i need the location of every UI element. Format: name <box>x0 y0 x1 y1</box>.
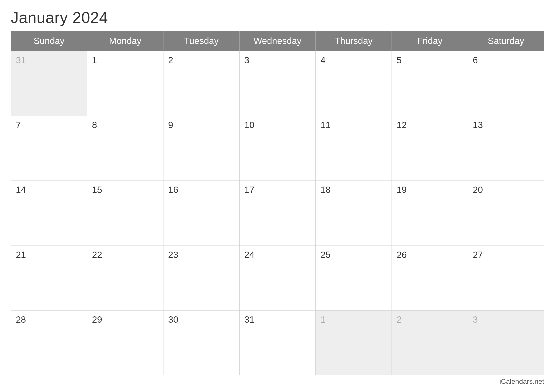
calendar-day[interactable]: 29 <box>87 310 163 375</box>
day-number: 12 <box>396 120 463 130</box>
calendar-day[interactable]: 2 <box>163 51 239 116</box>
calendar-day[interactable]: 19 <box>392 181 468 246</box>
calendar-table: SundayMondayTuesdayWednesdayThursdayFrid… <box>11 31 544 375</box>
calendar-day[interactable]: 17 <box>239 181 315 246</box>
calendar-day[interactable]: 18 <box>316 181 392 246</box>
calendar-day[interactable]: 13 <box>468 116 544 181</box>
calendar-day[interactable]: 31 <box>239 310 315 375</box>
day-number: 15 <box>92 185 158 195</box>
calendar-day[interactable]: 27 <box>468 246 544 310</box>
calendar-day[interactable]: 14 <box>11 181 87 246</box>
calendar-day[interactable]: 9 <box>163 116 239 181</box>
day-number: 3 <box>473 314 539 325</box>
calendar-day[interactable]: 23 <box>163 246 239 310</box>
day-number: 17 <box>244 185 311 195</box>
calendar-day[interactable]: 2 <box>392 310 468 375</box>
day-number: 27 <box>473 250 539 260</box>
calendar-header: SundayMondayTuesdayWednesdayThursdayFrid… <box>11 31 544 51</box>
calendar-week-4: 21222324252627 <box>11 246 544 310</box>
header-day-monday: Monday <box>87 31 163 51</box>
day-number: 19 <box>396 185 463 195</box>
day-number: 30 <box>168 314 234 325</box>
header-row: SundayMondayTuesdayWednesdayThursdayFrid… <box>11 31 544 51</box>
day-number: 16 <box>168 185 234 195</box>
calendar-day[interactable]: 30 <box>163 310 239 375</box>
calendar-day[interactable]: 10 <box>239 116 315 181</box>
calendar-day[interactable]: 21 <box>11 246 87 310</box>
header-day-wednesday: Wednesday <box>239 31 315 51</box>
day-number: 6 <box>473 55 539 65</box>
day-number: 3 <box>244 55 311 65</box>
day-number: 5 <box>396 55 463 65</box>
day-number: 22 <box>92 250 158 260</box>
day-number: 1 <box>92 55 158 65</box>
calendar-day[interactable]: 12 <box>392 116 468 181</box>
calendar-day[interactable]: 16 <box>163 181 239 246</box>
day-number: 31 <box>16 55 82 65</box>
calendar-day[interactable]: 8 <box>87 116 163 181</box>
day-number: 26 <box>396 250 463 260</box>
header-day-sunday: Sunday <box>11 31 87 51</box>
day-number: 7 <box>16 120 82 130</box>
calendar-week-5: 28293031123 <box>11 310 544 375</box>
calendar-day[interactable]: 3 <box>239 51 315 116</box>
day-number: 28 <box>16 314 82 325</box>
header-day-friday: Friday <box>392 31 468 51</box>
calendar-week-1: 31123456 <box>11 51 544 116</box>
day-number: 4 <box>321 55 387 65</box>
calendar-day[interactable]: 7 <box>11 116 87 181</box>
calendar-day[interactable]: 31 <box>11 51 87 116</box>
calendar-title: January 2024 <box>11 9 544 26</box>
calendar-day[interactable]: 15 <box>87 181 163 246</box>
day-number: 1 <box>321 314 387 325</box>
calendar-week-3: 14151617181920 <box>11 181 544 246</box>
day-number: 14 <box>16 185 82 195</box>
calendar-day[interactable]: 24 <box>239 246 315 310</box>
day-number: 20 <box>473 185 539 195</box>
calendar-week-2: 78910111213 <box>11 116 544 181</box>
footer-attribution: iCalendars.net <box>11 377 544 385</box>
day-number: 2 <box>396 314 463 325</box>
calendar-day[interactable]: 22 <box>87 246 163 310</box>
calendar-day[interactable]: 4 <box>316 51 392 116</box>
day-number: 29 <box>92 314 158 325</box>
day-number: 8 <box>92 120 158 130</box>
day-number: 10 <box>244 120 311 130</box>
day-number: 31 <box>244 314 311 325</box>
calendar-day[interactable]: 1 <box>87 51 163 116</box>
header-day-saturday: Saturday <box>468 31 544 51</box>
day-number: 2 <box>168 55 234 65</box>
day-number: 11 <box>321 120 387 130</box>
calendar-day[interactable]: 20 <box>468 181 544 246</box>
calendar-day[interactable]: 28 <box>11 310 87 375</box>
calendar-day[interactable]: 25 <box>316 246 392 310</box>
day-number: 18 <box>321 185 387 195</box>
calendar-day[interactable]: 26 <box>392 246 468 310</box>
day-number: 13 <box>473 120 539 130</box>
day-number: 24 <box>244 250 311 260</box>
calendar-day[interactable]: 3 <box>468 310 544 375</box>
day-number: 25 <box>321 250 387 260</box>
header-day-thursday: Thursday <box>316 31 392 51</box>
calendar-day[interactable]: 11 <box>316 116 392 181</box>
day-number: 21 <box>16 250 82 260</box>
calendar-body: 3112345678910111213141516171819202122232… <box>11 51 544 375</box>
calendar-day[interactable]: 6 <box>468 51 544 116</box>
day-number: 9 <box>168 120 234 130</box>
calendar-day[interactable]: 5 <box>392 51 468 116</box>
calendar-day[interactable]: 1 <box>316 310 392 375</box>
header-day-tuesday: Tuesday <box>163 31 239 51</box>
day-number: 23 <box>168 250 234 260</box>
